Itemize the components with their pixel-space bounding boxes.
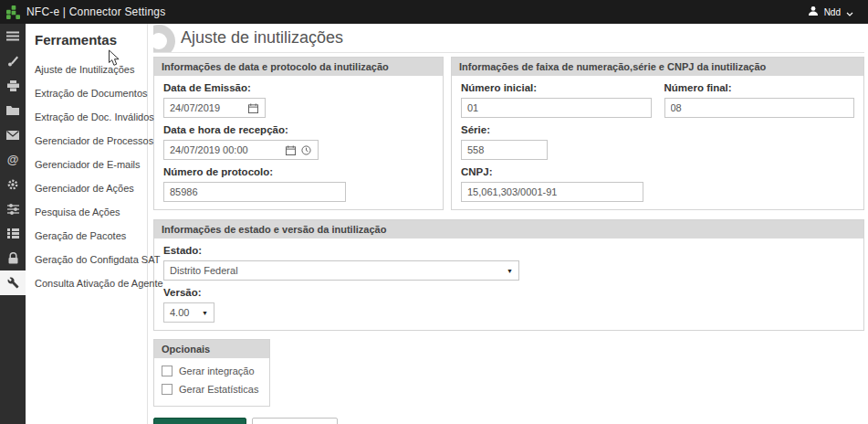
estado-select-value: Distrito Federal bbox=[170, 265, 238, 276]
data-emissao-input[interactable] bbox=[164, 99, 246, 117]
app-logo-icon bbox=[6, 5, 20, 19]
option-gerar-estatisticas[interactable]: Gerar Estatísticas bbox=[162, 384, 262, 395]
wrench-icon[interactable] bbox=[0, 270, 26, 295]
numero-protocolo-label: Número de protocolo: bbox=[163, 166, 434, 178]
app-title: NFC-e | Connector Settings bbox=[26, 5, 165, 18]
decorative-ring bbox=[153, 25, 175, 53]
user-name: Ndd bbox=[824, 7, 841, 17]
menu-icon[interactable] bbox=[0, 24, 26, 48]
chevron-down-icon: ▼ bbox=[202, 310, 208, 316]
option-gerar-integracao[interactable]: Gerar integração bbox=[162, 366, 262, 376]
sidebar-item-gerenciador-emails[interactable]: Gerenciador de E-mails bbox=[26, 153, 147, 176]
brush-icon[interactable] bbox=[0, 48, 26, 73]
sidebar-item-consulta-ativacao-agente[interactable]: Consulta Ativação de Agente bbox=[26, 271, 147, 295]
panel-estado-versao: Informações de estado e versão da inutil… bbox=[153, 219, 864, 331]
panel-data-protocolo: Informações de data e protocolo da inuti… bbox=[153, 57, 444, 210]
numero-inicial-input[interactable] bbox=[461, 98, 652, 118]
calendar-icon[interactable] bbox=[246, 103, 261, 113]
numero-final-input[interactable] bbox=[664, 98, 855, 118]
checkbox-gerar-integracao[interactable] bbox=[162, 366, 173, 376]
panel-opcionais: Opcionais Gerar integração Gerar Estatís… bbox=[153, 339, 270, 407]
executar-ajuste-button[interactable]: Executar ajuste bbox=[153, 418, 246, 424]
sliders-icon[interactable] bbox=[0, 196, 26, 221]
sidebar-title: Ferramentas bbox=[26, 24, 147, 58]
list-icon[interactable] bbox=[0, 221, 26, 246]
panel-faixa-numeracao: Informações de faixa de numeração,série … bbox=[451, 57, 864, 210]
at-icon[interactable]: @ bbox=[0, 147, 26, 172]
versao-label: Versão: bbox=[163, 287, 854, 299]
action-buttons: Executar ajuste Cancelar bbox=[153, 418, 864, 424]
sidebar-item-extracao-doc-invalidos[interactable]: Extração de Doc. Inválidos bbox=[26, 105, 147, 129]
sidebar: Ferramentas Ajuste de Inutilizações Extr… bbox=[26, 24, 148, 424]
user-menu[interactable]: Ndd bbox=[808, 4, 868, 20]
icon-rail: @ bbox=[0, 24, 26, 424]
main-content: Ajuste de inutilizações Informações de d… bbox=[148, 24, 868, 424]
chevron-down-icon: ▼ bbox=[507, 268, 513, 274]
panel-faixa-numeracao-header: Informações de faixa de numeração,série … bbox=[452, 58, 863, 76]
sidebar-item-ajuste-inutilizacoes[interactable]: Ajuste de Inutilizações bbox=[26, 58, 147, 81]
gerar-estatisticas-label: Gerar Estatísticas bbox=[179, 384, 258, 395]
lock-icon[interactable] bbox=[0, 246, 26, 270]
folder-icon[interactable] bbox=[0, 98, 26, 122]
sidebar-item-geracao-configdata-sat[interactable]: Geração do Configdata SAT bbox=[26, 248, 147, 271]
panel-opcionais-header: Opcionais bbox=[154, 340, 269, 358]
numero-protocolo-input[interactable] bbox=[163, 182, 346, 202]
sidebar-item-gerenciador-acoes[interactable]: Gerenciador de Ações bbox=[26, 176, 147, 200]
chevron-down-icon bbox=[846, 4, 853, 20]
numero-inicial-label: Número inicial: bbox=[461, 82, 652, 94]
data-recepcao-label: Data e hora de recepção: bbox=[163, 124, 434, 136]
data-recepcao-field[interactable] bbox=[163, 140, 319, 160]
panel-estado-versao-header: Informações de estado e versão da inutil… bbox=[154, 220, 863, 238]
panel-data-protocolo-header: Informações de data e protocolo da inuti… bbox=[154, 58, 443, 76]
cnpj-input[interactable] bbox=[461, 182, 643, 202]
serie-input[interactable] bbox=[461, 140, 548, 160]
gear-icon[interactable] bbox=[0, 172, 26, 196]
sidebar-item-extracao-documentos[interactable]: Extração de Documentos bbox=[26, 81, 147, 105]
sidebar-item-pesquisa-acoes[interactable]: Pesquisa de Ações bbox=[26, 200, 147, 224]
sidebar-item-gerenciador-processos[interactable]: Gerenciador de Processos bbox=[26, 129, 147, 153]
cancelar-button[interactable]: Cancelar bbox=[252, 418, 338, 424]
user-icon bbox=[808, 4, 819, 20]
versao-select-value: 4.00 bbox=[170, 307, 189, 318]
printer-icon[interactable] bbox=[0, 73, 26, 98]
numero-final-label: Número final: bbox=[664, 82, 855, 94]
estado-label: Estado: bbox=[163, 245, 854, 257]
clock-icon[interactable] bbox=[298, 145, 314, 155]
page-header: Ajuste de inutilizações bbox=[153, 24, 864, 53]
data-emissao-field[interactable] bbox=[163, 98, 266, 118]
mail-icon[interactable] bbox=[0, 122, 26, 147]
cnpj-label: CNPJ: bbox=[461, 166, 854, 178]
estado-select[interactable]: Distrito Federal ▼ bbox=[163, 260, 519, 281]
page-title: Ajuste de inutilizações bbox=[181, 28, 343, 48]
sidebar-item-geracao-pacotes[interactable]: Geração de Pacotes bbox=[26, 224, 147, 248]
versao-select[interactable]: 4.00 ▼ bbox=[163, 302, 214, 323]
checkbox-gerar-estatisticas[interactable] bbox=[162, 384, 173, 395]
topbar: NFC-e | Connector Settings Ndd bbox=[0, 0, 868, 24]
calendar-icon[interactable] bbox=[283, 145, 298, 155]
gerar-integracao-label: Gerar integração bbox=[179, 366, 255, 376]
data-emissao-label: Data de Emissão: bbox=[163, 82, 434, 94]
data-recepcao-input[interactable] bbox=[164, 141, 283, 159]
serie-label: Série: bbox=[461, 124, 854, 136]
